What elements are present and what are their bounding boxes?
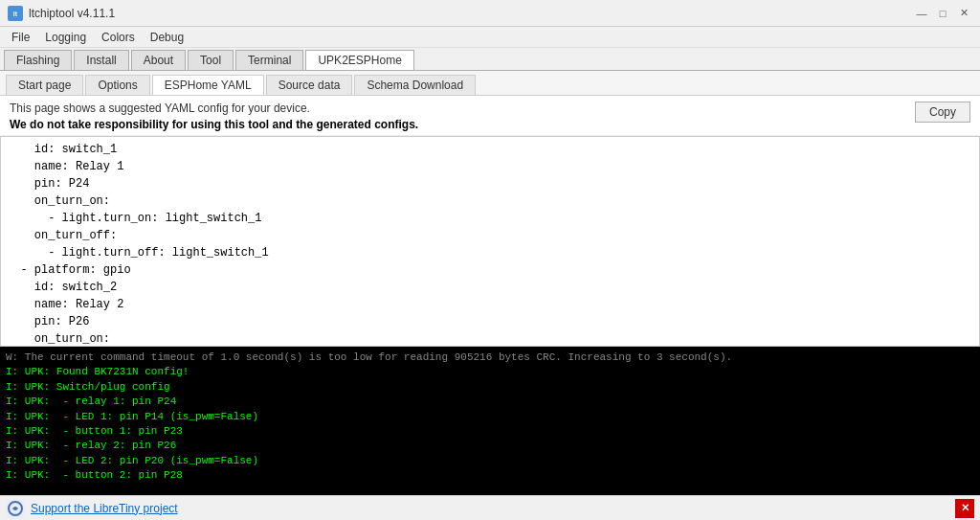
tab-upk2esphome[interactable]: UPK2ESPHome: [305, 50, 413, 70]
header-description: This page shows a suggested YAML config …: [10, 102, 418, 115]
console-output: W: The current command timeout of 1.0 se…: [0, 347, 980, 495]
footer-close-button[interactable]: ✕: [955, 499, 974, 518]
console-line: I: UPK: - LED 1: pin P14 (is_pwm=False): [6, 410, 974, 424]
tab-flashing[interactable]: Flashing: [4, 50, 72, 70]
subtab-esphome-yaml[interactable]: ESPHome YAML: [152, 75, 264, 95]
tab-tool[interactable]: Tool: [188, 50, 234, 70]
console-line: I: UPK: - button 1: pin P23: [6, 424, 974, 439]
header-text: This page shows a suggested YAML config …: [10, 102, 418, 131]
yaml-editor[interactable]: id: switch_1 name: Relay 1 pin: P24 on_t…: [0, 136, 980, 347]
tab-terminal[interactable]: Terminal: [235, 50, 303, 70]
console-line: I: UPK: - relay 2: pin P26: [6, 439, 974, 453]
content-panel: This page shows a suggested YAML config …: [0, 96, 980, 495]
toptabs: Flashing Install About Tool Terminal UPK…: [0, 48, 980, 71]
header-warning: We do not take responsibility for using …: [10, 118, 418, 131]
footer: Support the LibreTiny project ✕: [0, 495, 980, 520]
console-line: I: UPK: - relay 1: pin P24: [6, 395, 974, 409]
console-line: I: UPK: Switch/plug config: [6, 380, 974, 395]
titlebar-left: lt ltchiptool v4.11.1: [8, 6, 115, 21]
subtab-schema-download[interactable]: Schema Download: [354, 75, 476, 95]
menu-file[interactable]: File: [4, 29, 37, 46]
main-content: Start page Options ESPHome YAML Source d…: [0, 71, 980, 495]
subtab-source-data[interactable]: Source data: [266, 75, 353, 95]
tab-about[interactable]: About: [131, 50, 186, 70]
subtabs: Start page Options ESPHome YAML Source d…: [0, 71, 980, 96]
console-line: I: UPK: - button 2: pin P28: [6, 468, 974, 483]
yaml-content: id: switch_1 name: Relay 1 pin: P24 on_t…: [7, 141, 973, 347]
titlebar-controls: — □ ✕: [913, 5, 972, 22]
menubar: File Logging Colors Debug: [0, 27, 980, 48]
content-header: This page shows a suggested YAML config …: [0, 96, 980, 136]
svg-text:lt: lt: [13, 11, 18, 17]
console-line: W: The current command timeout of 1.0 se…: [6, 350, 974, 365]
copy-button[interactable]: Copy: [915, 102, 970, 123]
libretiny-icon: [6, 499, 25, 518]
subtab-options[interactable]: Options: [85, 75, 149, 95]
subtab-start-page[interactable]: Start page: [6, 75, 83, 95]
titlebar: lt ltchiptool v4.11.1 — □ ✕: [0, 0, 980, 27]
minimize-button[interactable]: —: [913, 5, 930, 22]
close-window-button[interactable]: ✕: [955, 5, 972, 22]
menu-colors[interactable]: Colors: [94, 29, 143, 46]
app-icon: lt: [8, 6, 23, 21]
console-line: I: UPK: Found BK7231N config!: [6, 365, 974, 379]
titlebar-title: ltchiptool v4.11.1: [29, 7, 115, 20]
tab-install[interactable]: Install: [74, 50, 128, 70]
maximize-button[interactable]: □: [934, 5, 951, 22]
menu-logging[interactable]: Logging: [37, 29, 94, 46]
menu-debug[interactable]: Debug: [143, 29, 191, 46]
libretiny-link[interactable]: Support the LibreTiny project: [31, 502, 178, 515]
console-line: I: UPK: - LED 2: pin P20 (is_pwm=False): [6, 454, 974, 468]
